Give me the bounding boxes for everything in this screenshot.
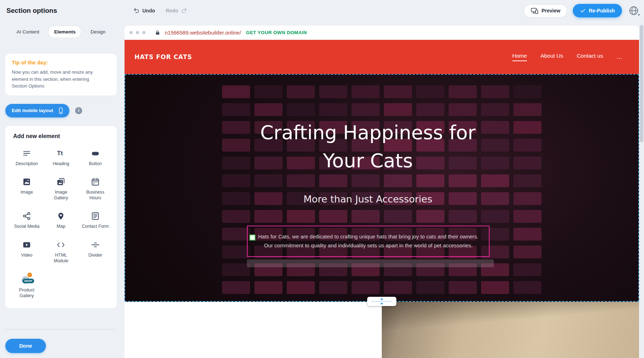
business-hours-icon xyxy=(90,177,101,187)
site-logo[interactable]: HATS FOR CATS xyxy=(134,53,192,60)
preview-button[interactable]: Preview xyxy=(524,4,567,17)
tab-ai-content[interactable]: AI Content xyxy=(11,26,46,38)
element-video[interactable]: Video xyxy=(10,239,44,264)
hero-tile xyxy=(513,85,542,98)
hero-tile xyxy=(352,85,380,98)
hero-tile xyxy=(384,174,412,187)
element-divider[interactable]: Divider xyxy=(78,239,112,264)
element-label: Contact Form xyxy=(82,224,109,230)
globe-icon xyxy=(628,5,639,16)
svg-text:Tt: Tt xyxy=(57,149,63,157)
hero-tile xyxy=(222,103,250,116)
drag-handle[interactable] xyxy=(249,235,255,241)
done-button[interactable]: Done xyxy=(5,339,46,353)
redo-icon xyxy=(181,7,187,14)
section-resize-handle[interactable] xyxy=(367,297,396,306)
element-button[interactable]: Button xyxy=(78,148,112,167)
scrollbar-thumb[interactable] xyxy=(640,25,643,142)
hero-tile xyxy=(481,281,509,294)
product-gallery-icon: SHOP ↑ xyxy=(20,274,33,285)
hero-tile xyxy=(254,103,283,116)
redo-button[interactable]: Redo xyxy=(166,7,187,14)
tab-design[interactable]: Design xyxy=(84,26,111,38)
video-icon xyxy=(21,239,32,250)
get-domain-link[interactable]: GET YOUR OWN DOMAIN xyxy=(246,30,307,35)
tip-title: Tip of the day: xyxy=(12,59,110,65)
element-map[interactable]: Map xyxy=(44,211,78,230)
language-globe-button[interactable] xyxy=(628,5,640,17)
hero-tile xyxy=(449,210,477,223)
element-product-gallery[interactable]: SHOP ↑ Product Gallery xyxy=(10,274,44,299)
hero-tile xyxy=(513,263,542,276)
hero-tile xyxy=(287,85,315,98)
site-preview-window: n1566589.websitebuilder.online/ GET YOUR… xyxy=(125,26,639,358)
element-label: Map xyxy=(57,224,65,230)
element-label: Video xyxy=(21,253,32,258)
sidebar-footer: Done xyxy=(5,329,117,353)
hero-tile xyxy=(319,281,347,294)
hero-tile xyxy=(513,174,542,187)
element-html-module[interactable]: HTML Module xyxy=(44,239,78,264)
nav-contact-us[interactable]: Contact us xyxy=(577,53,603,61)
topbar: Section options Undo Redo Previe xyxy=(0,0,644,21)
element-label: Business Hours xyxy=(82,190,109,201)
element-heading[interactable]: Tt Heading xyxy=(44,148,78,167)
next-section[interactable] xyxy=(125,302,639,358)
hero-tile xyxy=(449,174,477,187)
site-url: n1566589.websitebuilder.online/ xyxy=(165,30,241,36)
hero-tile xyxy=(416,174,444,187)
section-options-sidebar: AI Content Elements Design Tip of the da… xyxy=(0,21,125,358)
element-business-hours[interactable]: Business Hours xyxy=(78,177,112,201)
element-image[interactable]: Image xyxy=(10,177,44,201)
site-nav: Home About Us Contact us … xyxy=(512,53,623,61)
site-header: HATS FOR CATS Home About Us Contact us … xyxy=(125,40,639,74)
element-contact-form[interactable]: Contact Form xyxy=(78,211,112,230)
element-label: Description xyxy=(16,161,38,167)
page-title: Section options xyxy=(6,7,57,15)
main-layout: AI Content Elements Design Tip of the da… xyxy=(0,21,644,358)
nav-about-us[interactable]: About Us xyxy=(540,53,563,61)
social-media-icon xyxy=(21,211,32,221)
resize-arrows-icon xyxy=(370,298,393,305)
element-social-media[interactable]: Social Media xyxy=(10,211,44,230)
hero-tile xyxy=(222,85,250,98)
hero-tile xyxy=(319,174,347,187)
nav-home[interactable]: Home xyxy=(512,53,527,61)
hero-tile xyxy=(352,103,380,116)
hero-tile xyxy=(449,103,477,116)
hero-tile xyxy=(384,210,412,223)
hero-tile xyxy=(416,85,444,98)
undo-button[interactable]: Undo xyxy=(133,7,155,14)
hero-tile xyxy=(513,210,542,223)
hero-heading[interactable]: Crafting Happiness for Your Cats xyxy=(125,119,611,175)
page-scrollbar[interactable] xyxy=(639,21,644,358)
selected-paragraph-element[interactable]: Hats for Cats, we are dedicated to craft… xyxy=(247,226,490,257)
info-icon[interactable]: i xyxy=(75,107,82,114)
hero-tile xyxy=(352,174,380,187)
edit-mobile-layout-button[interactable]: Edit mobile layout xyxy=(5,104,69,117)
hero-subheading[interactable]: More than Just Accessories xyxy=(125,194,611,205)
edit-mobile-layout-label: Edit mobile layout xyxy=(12,108,53,113)
add-new-element-card: Add new element Description Tt xyxy=(5,126,117,308)
hero-tile xyxy=(384,85,412,98)
hero-tile xyxy=(513,246,542,258)
element-label: Heading xyxy=(53,161,69,167)
element-label: HTML Module xyxy=(47,253,74,264)
button-icon xyxy=(90,148,101,159)
tab-elements[interactable]: Elements xyxy=(48,26,81,38)
nav-more-button[interactable]: … xyxy=(617,54,623,60)
hero-section[interactable]: Crafting Happiness for Your Cats More th… xyxy=(125,74,639,302)
redo-label: Redo xyxy=(166,8,178,14)
hero-tile xyxy=(254,85,283,98)
element-label: Image Gallery xyxy=(47,190,74,201)
republish-button[interactable]: Re-Publish xyxy=(573,4,622,17)
element-image-gallery[interactable]: Image Gallery xyxy=(44,177,78,201)
element-label: Product Gallery xyxy=(13,288,40,299)
hero-tile xyxy=(384,281,412,294)
hero-paragraph: Hats for Cats, we are dedicated to craft… xyxy=(254,232,482,250)
element-description[interactable]: Description xyxy=(10,148,44,167)
preview-label: Preview xyxy=(542,8,560,14)
element-label: Image xyxy=(21,190,33,195)
hero-tile xyxy=(319,85,347,98)
hero-tile xyxy=(222,281,250,294)
